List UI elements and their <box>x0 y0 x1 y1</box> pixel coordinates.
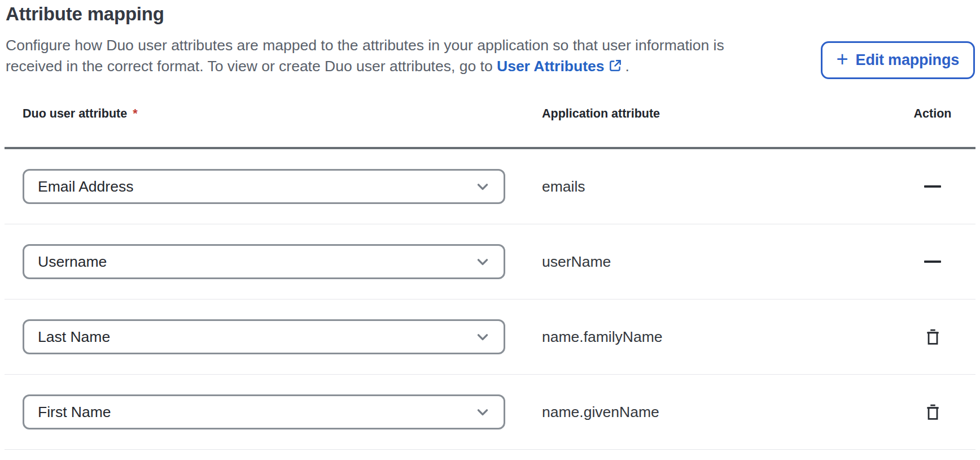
table-row: First Name name.givenName <box>5 375 975 450</box>
trash-icon <box>925 404 940 420</box>
application-attribute-value: name.givenName <box>542 403 893 421</box>
no-action-dash <box>924 185 941 188</box>
table-header-row: Duo user attribute* Application attribut… <box>5 96 975 149</box>
description-line1: Configure how Duo user attributes are ma… <box>6 37 724 54</box>
edit-mappings-label: Edit mappings <box>856 51 959 69</box>
user-attributes-link[interactable]: User Attributes <box>497 58 604 75</box>
chevron-down-icon <box>474 403 491 420</box>
description-line2: received in the correct format. To view … <box>6 58 497 75</box>
duo-attribute-value: Last Name <box>38 328 110 346</box>
chevron-down-icon <box>474 328 491 345</box>
duo-attribute-cell: Username <box>23 244 542 279</box>
trash-icon <box>925 329 940 345</box>
duo-attribute-value: First Name <box>38 403 111 421</box>
plus-icon: + <box>837 49 848 70</box>
duo-attribute-select[interactable]: Last Name <box>23 319 505 354</box>
duo-attribute-cell: Last Name <box>23 319 542 354</box>
header-action: Action <box>893 107 972 121</box>
page-title: Attribute mapping <box>6 1 164 27</box>
action-cell <box>893 261 972 263</box>
header-application-attribute: Application attribute <box>542 107 893 121</box>
duo-attribute-select[interactable]: Email Address <box>23 169 505 204</box>
description: Configure how Duo user attributes are ma… <box>6 35 796 79</box>
application-attribute-value: name.familyName <box>542 328 893 346</box>
table-row: Email Address emails <box>5 149 975 224</box>
duo-attribute-value: Email Address <box>38 178 133 196</box>
chevron-down-icon <box>474 178 491 195</box>
table-body: Email Address emails Username userName <box>5 149 975 450</box>
delete-mapping-button[interactable] <box>923 327 943 348</box>
chevron-down-icon <box>474 253 491 270</box>
external-link-icon <box>608 58 623 79</box>
required-asterisk: * <box>133 107 137 120</box>
action-cell <box>893 327 972 348</box>
application-attribute-value: emails <box>542 178 893 196</box>
table-row: Last Name name.familyName <box>5 300 975 375</box>
duo-attribute-value: Username <box>38 253 107 271</box>
action-cell <box>893 402 972 423</box>
duo-attribute-cell: Email Address <box>23 169 542 204</box>
attribute-mapping-table: Duo user attribute* Application attribut… <box>5 96 975 450</box>
edit-mappings-button[interactable]: + Edit mappings <box>821 41 975 79</box>
application-attribute-value: userName <box>542 253 893 271</box>
no-action-dash <box>924 261 941 263</box>
duo-attribute-select[interactable]: First Name <box>23 394 505 429</box>
duo-attribute-cell: First Name <box>23 394 542 429</box>
header-duo-label: Duo user attribute <box>23 107 127 120</box>
duo-attribute-select[interactable]: Username <box>23 244 505 279</box>
table-row: Username userName <box>5 224 975 300</box>
header-duo-user-attribute: Duo user attribute* <box>23 107 542 121</box>
action-cell <box>893 185 972 188</box>
description-period: . <box>625 58 629 75</box>
delete-mapping-button[interactable] <box>923 402 943 423</box>
